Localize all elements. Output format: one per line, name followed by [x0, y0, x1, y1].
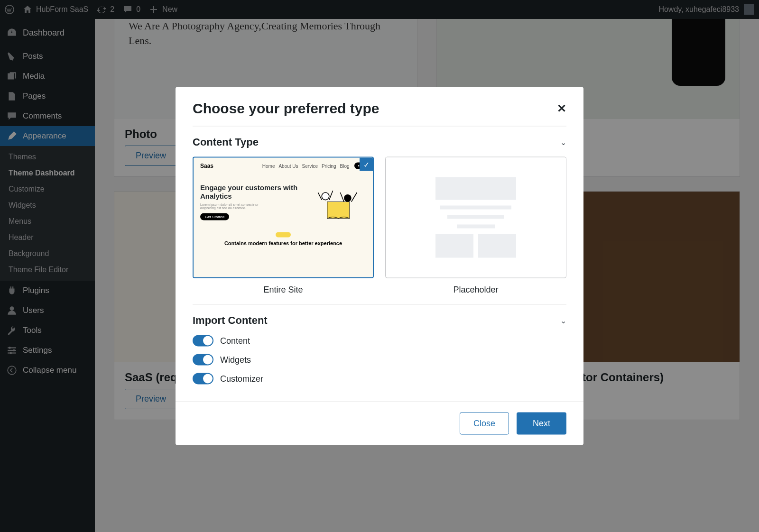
option-entire-site[interactable]: ✓ Saas Home About Us Service Pricing Blo… [193, 157, 374, 295]
chevron-down-icon[interactable]: ⌄ [560, 316, 566, 325]
modal-title: Choose your preferred type [193, 101, 379, 117]
svg-point-10 [322, 193, 329, 200]
next-button[interactable]: Next [517, 413, 566, 435]
option-label-placeholder: Placeholder [385, 285, 566, 295]
check-icon: ✓ [360, 158, 373, 171]
toggle-widgets-label: Widgets [220, 355, 251, 365]
option-placeholder[interactable]: Placeholder [385, 157, 566, 295]
toggle-customizer-label: Customizer [220, 374, 263, 384]
illustration [307, 176, 366, 228]
close-icon[interactable]: ✕ [557, 102, 566, 115]
chevron-down-icon[interactable]: ⌄ [560, 138, 566, 147]
toggle-content[interactable] [193, 335, 213, 347]
toggle-content-label: Content [220, 336, 250, 346]
content-type-heading: Content Type [193, 136, 259, 148]
option-label-entire-site: Entire Site [193, 285, 374, 295]
toggle-customizer[interactable] [193, 373, 213, 385]
import-content-section: Import Content ⌄ Content Widgets Customi… [176, 305, 583, 402]
svg-point-11 [344, 194, 352, 202]
svg-rect-9 [327, 202, 350, 219]
toggle-widgets[interactable] [193, 354, 213, 366]
close-button[interactable]: Close [460, 413, 509, 435]
content-type-section: Content Type ⌄ ✓ Saas Home About Us Serv… [176, 127, 583, 304]
import-modal: Choose your preferred type ✕ Content Typ… [176, 87, 583, 445]
import-content-heading: Import Content [193, 314, 268, 327]
